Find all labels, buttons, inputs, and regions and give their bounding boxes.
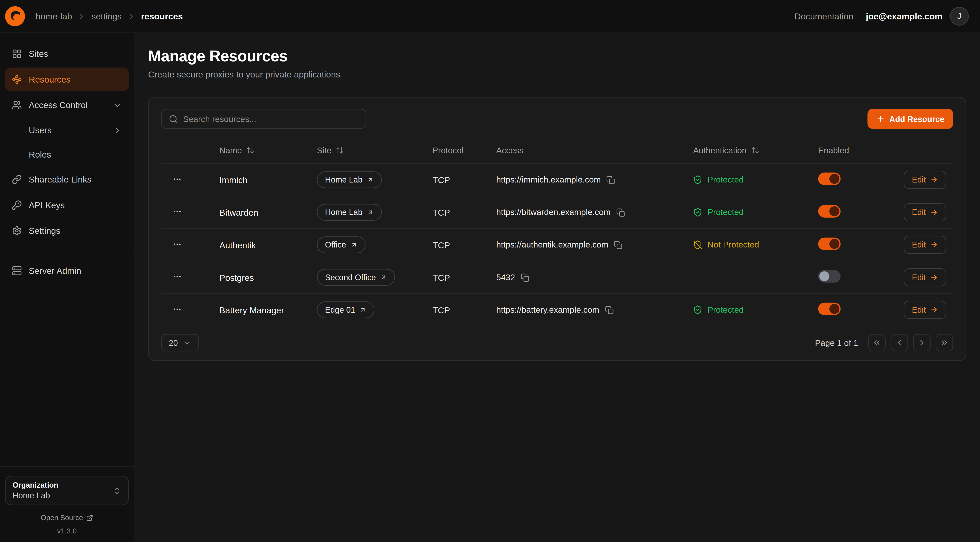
site-link[interactable]: Home Lab: [317, 204, 382, 221]
copy-button[interactable]: [606, 175, 615, 184]
enabled-toggle[interactable]: [818, 172, 841, 185]
resource-name: Bitwarden: [220, 207, 317, 217]
first-page-button[interactable]: [868, 334, 886, 352]
edit-button[interactable]: Edit: [904, 236, 947, 254]
avatar: J: [950, 7, 969, 26]
app-logo[interactable]: [5, 6, 25, 26]
arrow-up-right-icon: [360, 306, 366, 313]
app-root: home-lab settings resources Documentatio…: [0, 0, 980, 542]
site-link[interactable]: Office: [317, 236, 366, 253]
table-row: Bitwarden Home Lab TCP https://bitwarden…: [161, 196, 953, 229]
search-input[interactable]: [183, 114, 359, 123]
copy-icon: [606, 175, 615, 184]
add-resource-button[interactable]: Add Resource: [867, 109, 953, 129]
sidebar-item-label: Server Admin: [29, 266, 81, 276]
link-icon: [12, 175, 22, 185]
resource-protocol: TCP: [433, 175, 496, 185]
enabled-toggle[interactable]: [818, 270, 841, 283]
arrow-right-icon: [930, 306, 938, 314]
enabled-toggle[interactable]: [818, 205, 841, 217]
auth-status: Protected: [693, 208, 818, 217]
sidebar-item-settings[interactable]: Settings: [5, 219, 129, 242]
arrow-right-icon: [930, 273, 938, 281]
copy-button[interactable]: [614, 240, 623, 249]
sidebar-divider: [0, 251, 134, 251]
row-menu-button[interactable]: [161, 239, 220, 250]
header-authentication[interactable]: Authentication: [693, 146, 818, 155]
sidebar-item-server-admin[interactable]: Server Admin: [5, 259, 129, 283]
resource-access-url: https://immich.example.com: [496, 175, 601, 185]
chevrons-right-icon: [940, 338, 949, 347]
auth-status: Not Protected: [693, 240, 818, 250]
sidebar-item-label: Resources: [29, 74, 71, 84]
row-menu-button[interactable]: [161, 304, 220, 316]
shield-off-icon: [693, 240, 703, 250]
sidebar-item-users[interactable]: Users: [5, 119, 129, 141]
breadcrumb-org[interactable]: home-lab: [35, 11, 72, 21]
page-size-select[interactable]: 20: [161, 334, 199, 352]
breadcrumb-settings[interactable]: settings: [92, 11, 122, 21]
sidebar-item-roles[interactable]: Roles: [5, 143, 129, 166]
row-menu-button[interactable]: [161, 272, 220, 283]
arrow-right-icon: [930, 241, 938, 249]
table-footer: 20 Page 1 of 1: [161, 334, 953, 352]
last-page-button[interactable]: [935, 334, 953, 352]
sidebar-item-access-control[interactable]: Access Control: [5, 93, 129, 117]
row-menu-button[interactable]: [161, 174, 220, 185]
sidebar-item-api-keys[interactable]: API Keys: [5, 193, 129, 217]
chevron-right-icon: [78, 12, 86, 21]
key-icon: [12, 200, 22, 210]
edit-button[interactable]: Edit: [904, 171, 947, 189]
organization-picker[interactable]: Organization Home Lab: [5, 476, 129, 505]
app-version: v1.3.0: [5, 527, 129, 535]
header-enabled: Enabled: [818, 146, 904, 155]
sidebar-item-label: Shareable Links: [29, 175, 92, 185]
resource-name: Authentik: [220, 240, 317, 250]
copy-icon: [614, 240, 623, 249]
page-subtitle: Create secure proxies to your private ap…: [148, 70, 966, 80]
prev-page-button[interactable]: [891, 334, 908, 352]
user-menu[interactable]: joe@example.com J: [866, 7, 969, 26]
copy-button[interactable]: [616, 208, 625, 217]
topbar: home-lab settings resources Documentatio…: [0, 0, 980, 33]
sidebar: Sites Resources Access Control Users: [0, 33, 134, 542]
sidebar-item-sites[interactable]: Sites: [5, 42, 129, 65]
panel-toolbar: Add Resource: [161, 109, 953, 129]
next-page-button[interactable]: [913, 334, 931, 352]
resource-protocol: TCP: [433, 272, 496, 282]
copy-button[interactable]: [605, 305, 614, 314]
copy-button[interactable]: [521, 273, 530, 282]
header-name[interactable]: Name: [220, 146, 317, 155]
page-title: Manage Resources: [148, 47, 966, 65]
row-menu-button[interactable]: [161, 207, 220, 218]
header-site[interactable]: Site: [317, 146, 433, 155]
organization-value: Home Lab: [13, 491, 58, 500]
site-link[interactable]: Home Lab: [317, 171, 382, 188]
arrow-right-icon: [930, 208, 938, 217]
resource-access-url: https://bitwarden.example.com: [496, 208, 611, 217]
plus-icon: [876, 115, 885, 123]
sidebar-item-label: Sites: [29, 49, 48, 59]
shield-check-icon: [693, 175, 703, 185]
edit-button[interactable]: Edit: [904, 268, 947, 286]
enabled-toggle[interactable]: [818, 303, 841, 315]
resource-name: Battery Manager: [220, 305, 317, 315]
site-link[interactable]: Edge 01: [317, 301, 375, 319]
resource-protocol: TCP: [433, 207, 496, 217]
table-row: Immich Home Lab TCP https://immich.examp…: [161, 164, 953, 196]
ellipsis-icon: [172, 207, 182, 216]
edit-button[interactable]: Edit: [904, 203, 947, 222]
enabled-toggle[interactable]: [818, 238, 841, 250]
sidebar-item-shareable-links[interactable]: Shareable Links: [5, 167, 129, 191]
documentation-link[interactable]: Documentation: [794, 11, 853, 21]
chevron-down-icon: [183, 339, 192, 347]
site-link[interactable]: Second Office: [317, 269, 395, 286]
edit-button[interactable]: Edit: [904, 301, 947, 319]
waypoints-icon: [12, 74, 22, 84]
sidebar-item-resources[interactable]: Resources: [5, 67, 129, 91]
copy-icon: [616, 208, 625, 217]
open-source-link[interactable]: Open Source: [5, 514, 129, 521]
chevron-right-icon: [113, 125, 122, 135]
resource-protocol: TCP: [433, 240, 496, 250]
chevron-down-icon: [113, 100, 122, 110]
